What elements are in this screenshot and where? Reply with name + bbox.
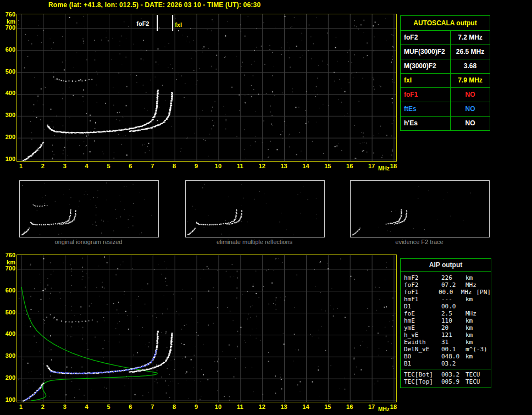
parameter-value: --- — [441, 296, 465, 303]
aip-row: foF207.2MHz — [401, 281, 491, 289]
parameter-unit: km — [465, 331, 473, 339]
x-axis-unit-label: MHz — [378, 165, 390, 171]
parameter-unit: km — [465, 274, 473, 281]
x-tick-label: 10 — [212, 163, 225, 169]
x-tick-label: 6 — [124, 403, 137, 410]
parameter-unit: TECU — [465, 371, 480, 378]
thumb-trace-layer — [21, 204, 76, 236]
parameter-unit: MHz — [465, 281, 476, 289]
parameter-label: B0 — [404, 353, 441, 360]
parameter-label: B1 — [404, 360, 441, 367]
parameter-unit: km — [465, 353, 473, 360]
x-tick-label: 8 — [168, 403, 181, 410]
parameter-label: hmF2 — [404, 274, 441, 281]
y-tick-label: 200 — [1, 374, 15, 381]
y-tick-label: 100 — [1, 396, 15, 403]
y-tick-label: 500 — [1, 309, 15, 316]
x-axis-unit-label: MHz — [378, 406, 390, 412]
parameter-label: hmE — [404, 317, 441, 324]
parameter-unit: TECU — [465, 378, 480, 385]
parameter-value: 31 — [441, 339, 465, 346]
y-tick-label: 500 — [1, 68, 15, 75]
electron-density-profile — [21, 287, 157, 401]
x-tick-label: 4 — [80, 163, 93, 169]
parameter-label: hmF1 — [404, 296, 441, 303]
parameter-label: M(3000)F2 — [401, 59, 450, 73]
parameter-value: 26.5 MHz — [450, 45, 490, 59]
thumbnail-caption: eliminate multiple reflections — [185, 239, 324, 245]
x-tick-label: 14 — [299, 403, 312, 410]
y-tick-label: 600 — [1, 287, 15, 294]
page-title: Rome (lat: +41.8, lon: 012.5) - DATE: 20… — [48, 1, 261, 9]
trace-layer — [23, 76, 173, 161]
y-tick-label: 200 — [1, 134, 15, 140]
table-row: M(3000)F23.68 — [401, 59, 490, 73]
parameter-unit: km — [465, 324, 473, 331]
x-tick-label: 6 — [124, 163, 137, 169]
parameter-label: D1 — [404, 303, 441, 310]
thumbnail-original-ionogram — [19, 180, 159, 237]
parameter-label: Ewidth — [404, 339, 441, 346]
table-row: foF1NO — [401, 87, 490, 102]
x-tick-label: 15 — [321, 403, 334, 410]
parameter-value: 00.1 — [441, 346, 465, 353]
grid-layer — [17, 255, 396, 402]
thumb-trace-layer — [187, 209, 243, 235]
parameter-label: foF2 — [404, 281, 441, 289]
parameter-label: ftEs — [401, 102, 450, 116]
y-tick-label: 100 — [1, 156, 15, 162]
parameter-value: 2.5 — [441, 310, 465, 317]
aip-row: B0048.0km — [401, 353, 491, 360]
parameter-unit: km — [465, 317, 473, 324]
ionogram-canvas — [17, 14, 396, 161]
aip-row: hmF2226km — [401, 274, 491, 281]
parameter-value: 005.9 — [441, 378, 465, 385]
aip-tec-rows: TEC[Bot]003.2TECUTEC[Top]005.9TECU — [401, 369, 491, 388]
aip-row: TEC[Top]005.9TECU — [401, 378, 491, 385]
profile-ionogram-canvas — [17, 255, 396, 402]
table-row: h'EsNO — [401, 116, 490, 130]
autoscala-output-table: AUTOSCALA output foF27.2 MHzMUF(3000)F22… — [400, 15, 490, 131]
aip-row: foE2.5MHz — [401, 310, 491, 317]
x-tick-label: 5 — [102, 163, 115, 169]
parameter-label: foE — [404, 310, 441, 317]
thumb-trace-layer — [352, 209, 407, 235]
aip-table-header: AIP output — [401, 259, 491, 272]
parameter-flag: [PN] — [476, 289, 491, 296]
thumbnail-eliminate-reflections — [185, 180, 325, 237]
x-tick-label: 17 — [365, 403, 378, 410]
autoscala-window: Rome (lat: +41.8, lon: 012.5) - DATE: 20… — [0, 0, 532, 415]
x-tick-label: 9 — [190, 403, 203, 410]
thumbnail-evidence-f2-image — [351, 181, 488, 236]
x-tick-label: 8 — [168, 163, 181, 169]
fof2-marker-label: foF2 — [136, 20, 149, 27]
aip-row: hmF1---km — [401, 296, 491, 303]
y-tick-label: 400 — [1, 90, 15, 96]
y-tick-label: 300 — [1, 112, 15, 118]
x-tick-label: 13 — [278, 403, 291, 410]
parameter-value: 00.0 — [439, 289, 461, 296]
aip-row: foF100.0MHz[PN] — [401, 289, 491, 296]
grid-layer — [17, 14, 396, 161]
aip-row: TEC[Bot]003.2TECU — [401, 371, 491, 378]
x-tick-label: 16 — [343, 163, 356, 169]
autoscala-table-header: AUTOSCALA output — [401, 16, 490, 30]
thumbnail-original-ionogram-image — [20, 181, 157, 236]
x-tick-label: 9 — [190, 163, 203, 169]
aip-row: DelN_vE00.1m^(-3) — [401, 346, 491, 353]
parameter-unit: km — [465, 339, 473, 346]
table-row: foF27.2 MHz — [401, 30, 490, 45]
x-tick-label: 5 — [102, 403, 115, 410]
parameter-value: 20 — [441, 324, 465, 331]
aip-row: ymE20km — [401, 324, 491, 331]
x-tick-label: 17 — [365, 163, 378, 169]
y-tick-label: 300 — [1, 352, 15, 359]
parameter-value: 121 — [441, 331, 465, 339]
profile-ionogram-plot — [16, 254, 397, 402]
x-tick-label: 14 — [299, 163, 312, 169]
x-tick-label: 1 — [14, 403, 27, 410]
y-tick-label: 760 — [1, 11, 15, 18]
thumbnail-caption: original ionogram resized — [19, 239, 158, 245]
x-tick-label: 2 — [36, 403, 49, 410]
parameter-value: 3.68 — [450, 59, 490, 73]
